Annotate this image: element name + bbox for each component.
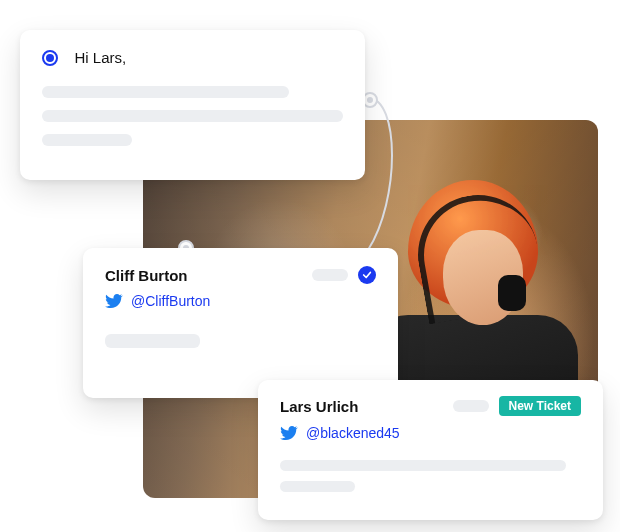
message-preview-card[interactable]: Hi Lars, bbox=[20, 30, 365, 180]
contact-card-cliff[interactable]: Cliff Burton @CliffBurton bbox=[83, 248, 398, 398]
greeting-row: Hi Lars, bbox=[42, 48, 343, 66]
contact-handle[interactable]: @CliffBurton bbox=[131, 293, 210, 309]
skeleton-pill bbox=[453, 400, 489, 412]
contact-card-lars[interactable]: Lars Urlich New Ticket @blackened45 bbox=[258, 380, 603, 520]
contact-name: Lars Urlich bbox=[280, 398, 358, 415]
contact-name: Cliff Burton bbox=[105, 267, 187, 284]
contact-handle-row: @CliffBurton bbox=[105, 292, 376, 310]
svg-point-1 bbox=[367, 97, 373, 103]
greeting-text: Hi Lars, bbox=[74, 49, 126, 66]
verified-badge-icon bbox=[358, 266, 376, 284]
skeleton-line bbox=[105, 334, 200, 348]
contact-body-placeholder bbox=[280, 460, 581, 492]
skeleton-line bbox=[42, 134, 132, 146]
twitter-icon bbox=[280, 424, 298, 442]
new-ticket-badge: New Ticket bbox=[499, 396, 581, 416]
skeleton-line bbox=[42, 86, 289, 98]
contact-card-header: Lars Urlich New Ticket bbox=[280, 396, 581, 416]
contact-body-placeholder bbox=[105, 334, 376, 348]
twitter-icon bbox=[105, 292, 123, 310]
skeleton-pill bbox=[312, 269, 348, 281]
skeleton-line bbox=[42, 110, 343, 122]
contact-card-header: Cliff Burton bbox=[105, 266, 376, 284]
radio-selected-icon bbox=[42, 50, 58, 66]
skeleton-line bbox=[280, 460, 566, 471]
skeleton-line bbox=[280, 481, 355, 492]
svg-point-0 bbox=[363, 93, 377, 107]
contact-handle-row: @blackened45 bbox=[280, 424, 581, 442]
message-body-placeholder bbox=[42, 86, 343, 146]
contact-handle[interactable]: @blackened45 bbox=[306, 425, 400, 441]
